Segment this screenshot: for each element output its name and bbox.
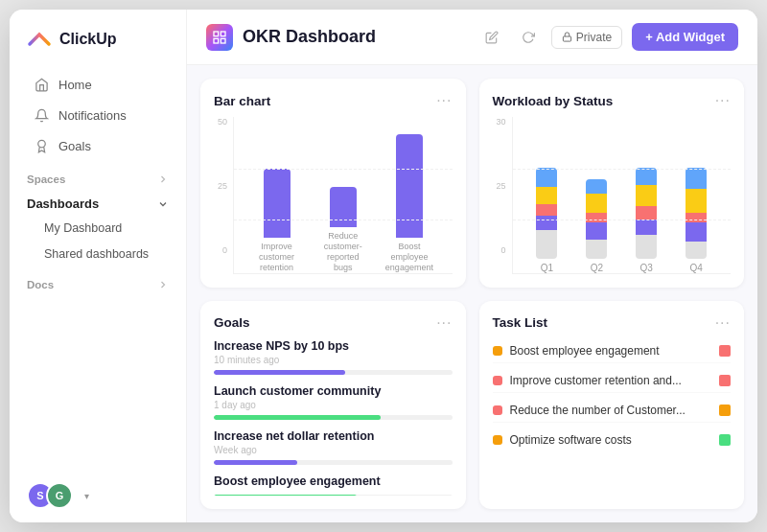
task-flag-2	[719, 375, 731, 386]
sidebar-item-home[interactable]: Home	[17, 70, 178, 100]
sidebar-item-my-dashboard[interactable]: My Dashboard	[17, 216, 178, 241]
task-flag-3	[719, 405, 731, 416]
workload-widget: Workload by Status ··· 30 25 0	[479, 79, 745, 288]
page-header: OKR Dashboard Private	[187, 10, 757, 65]
sidebar-section-spaces[interactable]: Spaces	[10, 162, 186, 189]
stacked-bar-q1	[532, 168, 561, 259]
edit-icon	[485, 31, 499, 44]
bar-1	[264, 169, 291, 238]
chevron-down-icon	[157, 198, 169, 210]
stacked-bar-q2	[582, 179, 611, 259]
refresh-icon-button[interactable]	[515, 24, 542, 51]
main-content: OKR Dashboard Private	[187, 10, 757, 522]
goals-list: Increase NPS by 10 bps 10 minutes ago La…	[214, 339, 453, 497]
goal-item-3: Increase net dollar retention Week ago	[214, 429, 453, 465]
bar-group-2: Reduce customer-reported bugs	[316, 187, 369, 272]
svg-point-0	[38, 140, 46, 148]
task-flag-4	[719, 434, 731, 446]
bell-icon	[35, 108, 49, 123]
workload-chart-inner: Q1 Q2	[512, 117, 732, 274]
svg-rect-4	[221, 38, 225, 43]
chevron-right-icon	[157, 173, 169, 185]
home-icon	[35, 78, 49, 92]
workload-menu[interactable]: ···	[715, 92, 731, 109]
add-widget-button[interactable]: + Add Widget	[632, 23, 738, 51]
bar-group-3: Boost employee engagement	[383, 134, 435, 272]
bar-3	[396, 134, 423, 238]
chevron-right-docs-icon	[157, 279, 169, 290]
dashboard-grid: Bar chart ··· 50 25 0	[187, 65, 757, 522]
goal-track-2	[214, 415, 453, 420]
sidebar-item-notifications[interactable]: Notifications	[17, 101, 178, 130]
app-window: ClickUp Home Notifications	[10, 10, 757, 522]
sidebar-item-shared-dashboards[interactable]: Shared dashboards	[17, 242, 178, 266]
goal-track-1	[214, 370, 453, 375]
goal-fill-3	[214, 460, 297, 465]
sidebar-item-goals[interactable]: Goals	[17, 131, 178, 161]
stacked-bar-q4	[682, 168, 710, 259]
bar-chart-header: Bar chart ···	[214, 92, 453, 109]
avatar-stack[interactable]: S G	[27, 482, 73, 509]
sidebar-bottom: S G ▾	[10, 469, 186, 522]
svg-rect-3	[214, 38, 219, 43]
privacy-badge[interactable]: Private	[551, 26, 622, 49]
goal-track-4	[214, 495, 453, 497]
task-name-4: Optimize software costs	[510, 433, 712, 447]
sidebar-section-dashboards[interactable]: Dashboards	[10, 189, 186, 215]
avatar-chevron: ▾	[84, 491, 89, 501]
task-list: Boost employee engagement Improve custom…	[493, 339, 732, 497]
task-name-1: Boost employee engagement	[510, 344, 712, 358]
bar-chart-area: 50 25 0 Improve customer r	[214, 117, 453, 274]
task-item-4: Optimize software costs	[493, 428, 732, 451]
bar-chart-menu[interactable]: ···	[436, 92, 452, 109]
refresh-icon	[522, 31, 535, 44]
clickup-logo-icon	[27, 27, 52, 52]
goals-title: Goals	[214, 315, 250, 330]
goal-item-2: Launch customer community 1 day ago	[214, 384, 453, 420]
goal-name-2: Launch customer community	[214, 384, 453, 398]
task-dot-3	[493, 405, 502, 415]
sidebar-item-home-label: Home	[58, 78, 92, 92]
task-name-2: Improve customer retention and...	[510, 374, 712, 387]
sidebar-section-docs[interactable]: Docs	[10, 267, 186, 294]
task-name-3: Reduce the number of Customer...	[510, 404, 712, 417]
task-list-widget: Task List ··· Boost employee engagement …	[479, 301, 745, 510]
goal-name-3: Increase net dollar retention	[214, 429, 453, 443]
page-title: OKR Dashboard	[243, 27, 469, 47]
goal-item-1: Increase NPS by 10 bps 10 minutes ago	[214, 339, 453, 375]
header-actions: Private + Add Widget	[478, 23, 738, 51]
goal-time-1: 10 minutes ago	[214, 355, 453, 365]
bar-chart-widget: Bar chart ··· 50 25 0	[200, 79, 466, 288]
trophy-icon	[35, 139, 49, 153]
goals-header: Goals ···	[214, 314, 453, 332]
sidebar: ClickUp Home Notifications	[10, 10, 187, 522]
task-flag-1	[719, 345, 731, 357]
task-item-2: Improve customer retention and...	[493, 369, 732, 393]
goals-widget: Goals ··· Increase NPS by 10 bps 10 minu…	[200, 301, 466, 510]
goal-fill-2	[214, 415, 381, 420]
goals-menu[interactable]: ···	[436, 314, 452, 332]
bar-label-1: Improve customer retention	[250, 242, 303, 272]
task-item-3: Reduce the number of Customer...	[493, 399, 732, 423]
bar-label-2: Reduce customer-reported bugs	[316, 231, 369, 272]
bar-group-1: Improve customer retention	[250, 169, 303, 272]
workload-title: Workload by Status	[493, 94, 614, 108]
task-dot-1	[493, 346, 502, 356]
svg-rect-1	[214, 32, 219, 36]
goal-time-2: 1 day ago	[214, 400, 453, 410]
sidebar-logo[interactable]: ClickUp	[10, 10, 186, 65]
task-list-menu[interactable]: ···	[715, 314, 731, 332]
task-list-title: Task List	[493, 315, 548, 330]
task-dot-2	[493, 376, 502, 385]
goal-item-4: Boost employee engagement	[214, 474, 453, 497]
stacked-bar-q3	[632, 168, 661, 259]
logo-text: ClickUp	[59, 31, 117, 48]
avatar-g: G	[46, 482, 73, 509]
task-item-1: Boost employee engagement	[493, 339, 732, 363]
edit-icon-button[interactable]	[478, 24, 505, 51]
task-dot-4	[493, 435, 502, 445]
workload-header: Workload by Status ···	[493, 92, 732, 109]
workload-col-q2: Q2	[582, 179, 611, 273]
goal-name-4: Boost employee engagement	[214, 474, 453, 488]
grid-icon	[212, 30, 227, 45]
